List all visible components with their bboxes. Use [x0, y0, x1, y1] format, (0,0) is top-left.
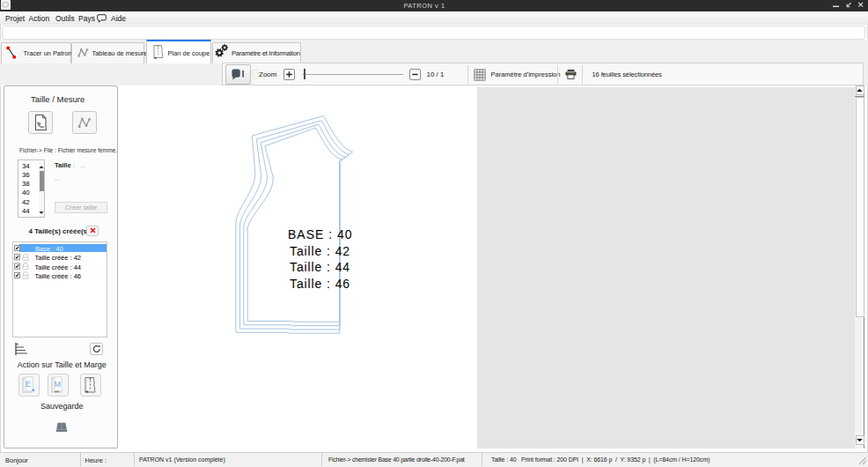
svg-text:E: E: [26, 380, 31, 389]
svg-text:M: M: [55, 380, 62, 389]
